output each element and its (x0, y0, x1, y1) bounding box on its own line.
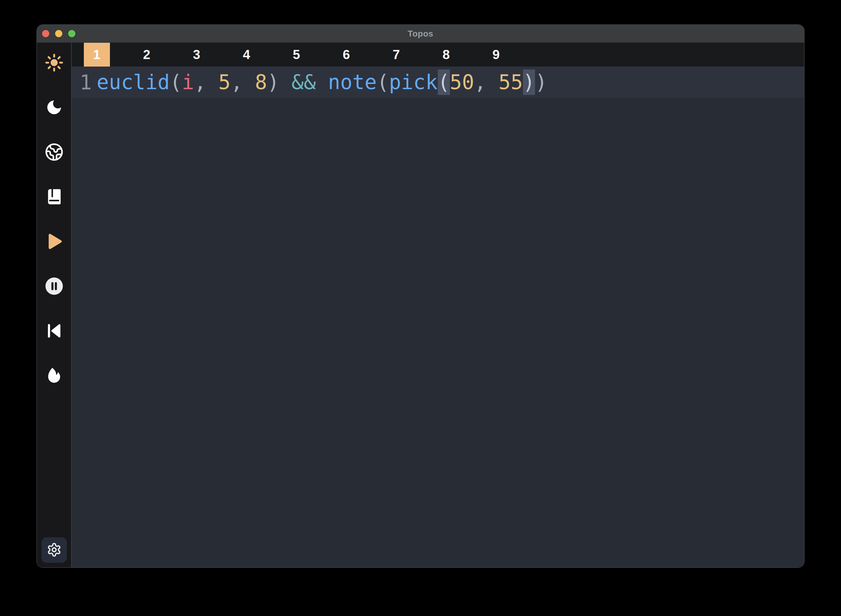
tab-8[interactable]: 8 (421, 43, 471, 66)
traffic-lights (42, 25, 75, 43)
globe-button[interactable] (45, 143, 63, 161)
close-button[interactable] (42, 30, 49, 37)
code-token: , (194, 69, 218, 95)
zoom-button[interactable] (68, 30, 75, 37)
title-bar: Topos (37, 25, 804, 43)
code-token: euclid (97, 69, 170, 95)
window-title: Topos (408, 29, 434, 39)
minimize-button[interactable] (55, 30, 62, 37)
code-token: 55 (498, 69, 523, 95)
flame-button[interactable] (45, 367, 63, 385)
pause-icon (45, 277, 64, 296)
code-token: , (231, 69, 255, 95)
code-token: ( (170, 69, 182, 95)
code-token: ( (377, 69, 389, 95)
gear-icon (47, 542, 62, 558)
book-icon (45, 188, 63, 207)
code-token: 50 (450, 69, 474, 95)
settings-button[interactable] (41, 537, 67, 563)
code-token: 5 (218, 69, 231, 95)
screen: Topos (0, 0, 841, 616)
sun-button[interactable] (45, 54, 63, 72)
play-icon (44, 231, 64, 252)
play-button[interactable] (45, 233, 63, 251)
tab-3[interactable]: 3 (171, 43, 221, 66)
tab-1[interactable]: 1 (72, 43, 122, 66)
code-token: ) (267, 69, 292, 95)
code-token: 8 (255, 69, 267, 95)
code-token: ) (535, 69, 547, 95)
tab-5[interactable]: 5 (271, 43, 321, 66)
app-window: Topos (37, 25, 804, 568)
code-token: ( (438, 69, 450, 95)
code-token: pick (389, 69, 438, 95)
window-body: 123456789 1 euclid(i, 5, 8) && note(pick… (37, 43, 804, 568)
tab-6[interactable]: 6 (321, 43, 371, 66)
code-token: && (292, 69, 328, 95)
sun-icon (45, 54, 63, 73)
code-editor[interactable]: 1 euclid(i, 5, 8) && note(pick(50, 55)) (72, 66, 804, 568)
globe-icon (45, 142, 64, 163)
sidebar (37, 43, 72, 568)
code-token: , (474, 69, 499, 95)
code-token: note (328, 69, 377, 95)
tab-bar: 123456789 (72, 43, 804, 66)
line-number: 1 (72, 70, 92, 94)
tab-4[interactable]: 4 (221, 43, 271, 66)
tab-2[interactable]: 2 (122, 43, 171, 66)
code-token: i (182, 69, 194, 95)
tab-7[interactable]: 7 (371, 43, 421, 66)
book-button[interactable] (45, 188, 63, 206)
code-line: 1 euclid(i, 5, 8) && note(pick(50, 55)) (72, 66, 804, 98)
moon-button[interactable] (45, 98, 63, 117)
code-token: ) (523, 69, 535, 95)
flame-icon (45, 366, 64, 386)
code-line-content: euclid(i, 5, 8) && note(pick(50, 55)) (97, 69, 547, 95)
tab-9[interactable]: 9 (471, 43, 521, 66)
skip-back-icon (45, 322, 63, 341)
moon-icon (45, 98, 63, 117)
pause-button[interactable] (45, 277, 63, 296)
main-area: 123456789 1 euclid(i, 5, 8) && note(pick… (72, 43, 804, 568)
skip-back-button[interactable] (45, 322, 63, 340)
